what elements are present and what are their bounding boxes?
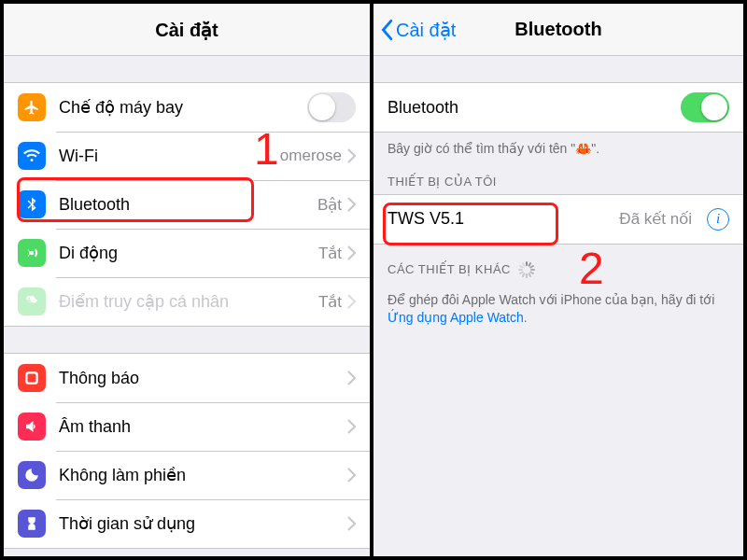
- pair-note: Để ghép đôi Apple Watch với iPhone của b…: [374, 284, 743, 327]
- settings-navbar: Cài đặt: [4, 4, 370, 56]
- my-devices-group: TWS V5.1 Đã kết nối i: [374, 194, 743, 245]
- my-devices-header: THIẾT BỊ CỦA TÔI: [374, 158, 743, 194]
- apple-watch-link[interactable]: Ứng dụng Apple Watch: [388, 310, 524, 325]
- airplane-switch[interactable]: [307, 92, 356, 122]
- cell-bluetooth[interactable]: Bluetooth Bật: [4, 180, 370, 229]
- bluetooth-value: Bật: [317, 195, 342, 215]
- hotspot-icon: [18, 287, 46, 315]
- cellular-icon: [18, 239, 46, 267]
- bluetooth-pane: Cài đặt Bluetooth Bluetooth Bây giờ có t…: [374, 4, 743, 556]
- screentime-icon: [18, 510, 46, 538]
- cellular-label: Di động: [59, 243, 318, 263]
- svg-rect-2: [28, 374, 36, 383]
- chevron-right-icon: [347, 148, 356, 163]
- chevron-right-icon: [347, 516, 356, 531]
- cell-notifications[interactable]: Thông báo: [4, 354, 370, 402]
- callout-2: 2: [579, 243, 604, 294]
- bluetooth-label: Bluetooth: [59, 195, 317, 215]
- cellular-value: Tắt: [318, 244, 342, 263]
- bluetooth-icon: [18, 190, 46, 218]
- chevron-right-icon: [347, 245, 356, 260]
- notifications-label: Thông báo: [59, 369, 347, 388]
- cell-cellular[interactable]: Di động Tắt: [4, 229, 370, 277]
- settings-group-general: Thông báo Âm thanh Không làm phiền: [4, 353, 370, 549]
- bluetooth-title: Bluetooth: [514, 19, 601, 40]
- screentime-label: Thời gian sử dụng: [59, 513, 347, 534]
- settings-title: Cài đặt: [155, 19, 218, 41]
- device-name: TWS V5.1: [388, 209, 619, 229]
- hotspot-label: Điểm truy cập cá nhân: [59, 291, 318, 312]
- chevron-right-icon: [347, 294, 356, 309]
- dnd-icon: [18, 461, 46, 489]
- chevron-right-icon: [347, 197, 356, 212]
- cell-device-tws[interactable]: TWS V5.1 Đã kết nối i: [374, 195, 743, 244]
- discoverable-note: Bây giờ có thể tìm thấy với tên "🦀".: [374, 133, 743, 158]
- wifi-value: omerose: [280, 147, 342, 165]
- settings-pane: Cài đặt Chế độ máy bay Wi-Fi omerose: [4, 4, 374, 556]
- airplane-icon: [18, 93, 46, 121]
- spinner-icon: [518, 261, 535, 278]
- settings-group-network: Chế độ máy bay Wi-Fi omerose Bluetooth B…: [4, 82, 370, 327]
- airplane-label: Chế độ máy bay: [59, 97, 307, 118]
- bluetooth-navbar: Cài đặt Bluetooth: [374, 4, 743, 56]
- device-info-button[interactable]: i: [707, 208, 729, 231]
- chevron-right-icon: [347, 419, 356, 434]
- back-button[interactable]: Cài đặt: [379, 4, 456, 55]
- hotspot-value: Tắt: [318, 292, 342, 312]
- chevron-left-icon: [379, 19, 394, 41]
- wifi-icon: [18, 142, 46, 170]
- notifications-icon: [18, 364, 46, 392]
- cell-hotspot: Điểm truy cập cá nhân Tắt: [4, 277, 370, 326]
- cell-sounds[interactable]: Âm thanh: [4, 402, 370, 451]
- bluetooth-toggle-label: Bluetooth: [388, 98, 681, 118]
- other-devices-header: CÁC THIẾT BỊ KHÁC: [374, 245, 743, 284]
- sounds-icon: [18, 413, 46, 441]
- callout-1: 1: [254, 123, 279, 175]
- cell-airplane[interactable]: Chế độ máy bay: [4, 83, 370, 132]
- dnd-label: Không làm phiền: [59, 465, 347, 485]
- back-label: Cài đặt: [396, 19, 456, 41]
- bluetooth-toggle-group: Bluetooth: [374, 82, 743, 133]
- chevron-right-icon: [347, 371, 356, 385]
- cell-wifi[interactable]: Wi-Fi omerose: [4, 132, 370, 180]
- device-status: Đã kết nối: [619, 209, 692, 229]
- sounds-label: Âm thanh: [59, 417, 347, 437]
- cell-dnd[interactable]: Không làm phiền: [4, 451, 370, 499]
- cell-bluetooth-toggle[interactable]: Bluetooth: [374, 83, 743, 132]
- wifi-label: Wi-Fi: [59, 147, 280, 166]
- cell-screentime[interactable]: Thời gian sử dụng: [4, 499, 370, 548]
- bluetooth-switch[interactable]: [681, 92, 729, 122]
- chevron-right-icon: [347, 468, 356, 483]
